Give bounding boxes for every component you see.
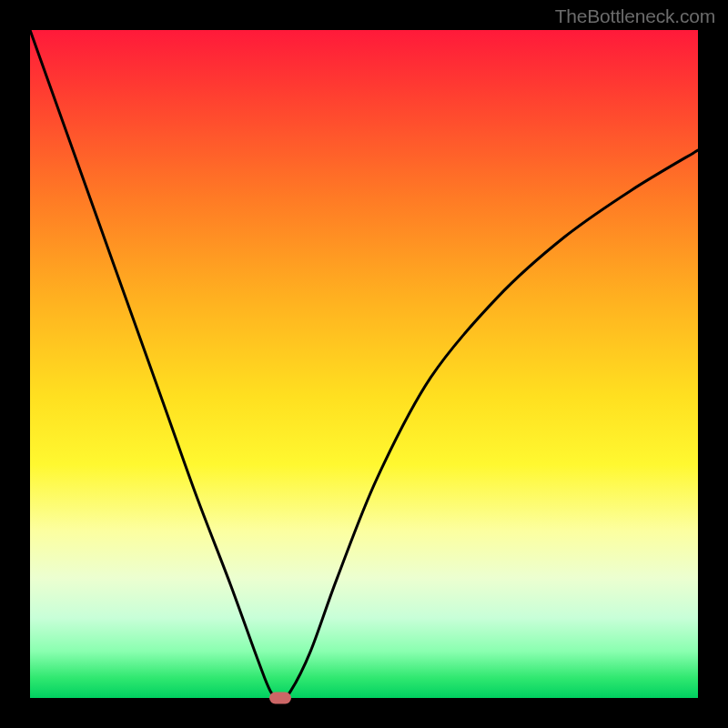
curve-svg [30,30,698,698]
watermark-text: TheBottleneck.com [555,5,715,27]
bottleneck-curve [30,30,698,698]
chart-frame [30,30,698,698]
optimal-point-marker [269,693,291,704]
